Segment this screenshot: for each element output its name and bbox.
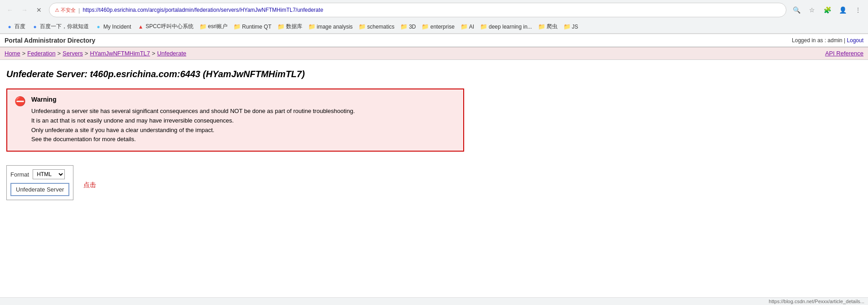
back-button[interactable]: ← — [4, 4, 16, 16]
bookmark-ai[interactable]: 📁 AI — [458, 22, 477, 31]
bookmark-js[interactable]: 📁 JS — [561, 22, 581, 31]
baiduone-icon: ● — [32, 24, 38, 30]
bookmark-imageanalysis-label: image analysis — [317, 24, 353, 30]
page-header: Portal Administrator Directory Logged in… — [0, 34, 868, 47]
toolbar-actions: 🔍 ☆ 🧩 👤 ⋮ — [790, 4, 864, 16]
bookmark-3d-label: 3D — [409, 24, 416, 30]
breadcrumb-sep-2: > — [57, 50, 61, 57]
bookmark-schematics[interactable]: 📁 schematics — [356, 22, 397, 31]
address-bar[interactable]: ⚠ 不安全 | https://t460p.esrichina.com/arcg… — [49, 3, 786, 17]
bookmark-ai-label: AI — [469, 24, 474, 30]
reload-button[interactable]: ✕ — [33, 4, 45, 16]
bookmark-crawler[interactable]: 📁 爬虫 — [536, 21, 560, 32]
warning-content: Warning Unfederating a server site has s… — [31, 96, 355, 144]
crawler-folder-icon: 📁 — [538, 24, 545, 30]
format-select[interactable]: HTML JSON PJSON — [33, 169, 65, 179]
breadcrumb-servers[interactable]: Servers — [63, 50, 83, 57]
bookmark-3d[interactable]: 📁 3D — [398, 22, 418, 31]
warning-title: Warning — [31, 96, 355, 103]
bookmark-baidu[interactable]: ● 百度 — [4, 21, 28, 32]
imageanalysis-folder-icon: 📁 — [309, 24, 315, 30]
warning-line-4: See the documentation for more details. — [31, 136, 136, 143]
bookmark-deeplearning[interactable]: 📁 deep learning in... — [478, 22, 534, 31]
bookmark-js-label: JS — [572, 24, 578, 30]
breadcrumb-sep-4: > — [152, 50, 155, 57]
browser-chrome: ← → ✕ ⚠ 不安全 | https://t460p.esrichina.co… — [0, 0, 868, 34]
url-text: https://t460p.esrichina.com/arcgis/porta… — [82, 7, 781, 13]
3d-folder-icon: 📁 — [401, 24, 407, 30]
address-separator: | — [78, 7, 80, 14]
breadcrumb-home[interactable]: Home — [5, 50, 20, 57]
bookmark-baiduone[interactable]: ● 百度一下，你就知道 — [29, 21, 92, 32]
breadcrumb-federation[interactable]: Federation — [27, 50, 55, 57]
bookmark-enterprise-label: enterprise — [430, 24, 454, 30]
bookmark-spcc-label: SPCC呼叫中心系统 — [145, 23, 193, 30]
nav-buttons: ← → ✕ — [4, 4, 45, 16]
bookmark-esri-label: esri账户 — [208, 23, 228, 30]
js-folder-icon: 📁 — [564, 24, 570, 30]
breadcrumb-serverid[interactable]: HYamJwNFTMHimTL7 — [90, 50, 150, 57]
click-hint: 点击 — [83, 181, 96, 189]
spcc-icon: ▲ — [137, 24, 144, 30]
logout-link[interactable]: Logout — [847, 37, 863, 44]
bookmark-esri[interactable]: 📁 esri账户 — [197, 21, 230, 32]
format-label: Format — [10, 171, 29, 178]
logged-in-info: Logged in as : admin | Logout — [792, 37, 863, 44]
zoom-button[interactable]: 🔍 — [790, 4, 803, 16]
esri-folder-icon: 📁 — [200, 24, 206, 30]
profile-button[interactable]: 👤 — [836, 4, 849, 16]
security-warning-text: 不安全 — [61, 7, 76, 14]
baidu-icon: ● — [6, 24, 13, 30]
page-title: Unfederate Server: t460p.esrichina.com:6… — [6, 69, 862, 79]
security-warning: ⚠ 不安全 — [55, 7, 76, 14]
warning-text: Unfederating a server site has several s… — [31, 107, 355, 144]
ai-folder-icon: 📁 — [461, 24, 467, 30]
bookmark-baidu-label: 百度 — [15, 23, 25, 30]
bookmark-database[interactable]: 📁 数据库 — [275, 21, 305, 32]
schematics-folder-icon: 📁 — [359, 24, 365, 30]
warning-stop-icon: ⛔ — [15, 96, 26, 144]
bookmarks-bar: ● 百度 ● 百度一下，你就知道 ● My Incident ▲ SPCC呼叫中… — [0, 20, 868, 34]
breadcrumb: Home > Federation > Servers > HYamJwNFTM… — [5, 50, 186, 57]
menu-button[interactable]: ⋮ — [852, 4, 864, 16]
api-reference-link[interactable]: API Reference — [825, 50, 863, 57]
breadcrumb-current[interactable]: Unfederate — [157, 50, 186, 57]
warning-line-1: Unfederating a server site has several s… — [31, 108, 355, 114]
warning-box: ⛔ Warning Unfederating a server site has… — [6, 89, 464, 152]
logged-in-text: Logged in as : admin | — [792, 37, 845, 44]
bookmark-myincident-label: My Incident — [103, 24, 131, 30]
enterprise-folder-icon: 📁 — [422, 24, 428, 30]
button-row: Unfederate Server — [10, 183, 69, 196]
page-header-title: Portal Administrator Directory — [5, 37, 95, 44]
bookmark-runtimeqt-label: Runtime QT — [242, 24, 272, 30]
bookmark-schematics-label: schematics — [367, 24, 394, 30]
extensions-button[interactable]: 🧩 — [821, 4, 834, 16]
api-reference: API Reference — [825, 50, 863, 57]
format-section: Format HTML JSON PJSON Unfederate Server — [6, 165, 73, 200]
main-content: Unfederate Server: t460p.esrichina.com:6… — [0, 60, 868, 214]
warning-triangle-icon: ⚠ — [55, 7, 59, 13]
bookmark-myincident[interactable]: ● My Incident — [92, 22, 134, 31]
bookmark-enterprise[interactable]: 📁 enterprise — [419, 22, 457, 31]
bookmark-database-label: 数据库 — [286, 23, 302, 30]
bookmark-crawler-label: 爬虫 — [547, 23, 558, 30]
bookmark-spcc[interactable]: ▲ SPCC呼叫中心系统 — [135, 21, 196, 32]
warning-line-2: It is an act that is not easily undone a… — [31, 117, 234, 124]
bookmark-baiduone-label: 百度一下，你就知道 — [40, 23, 89, 30]
browser-toolbar: ← → ✕ ⚠ 不安全 | https://t460p.esrichina.co… — [0, 0, 868, 20]
unfederate-server-button[interactable]: Unfederate Server — [10, 183, 69, 196]
breadcrumb-sep-1: > — [22, 50, 26, 57]
breadcrumb-bar: Home > Federation > Servers > HYamJwNFTM… — [0, 47, 868, 60]
breadcrumb-sep-3: > — [85, 50, 88, 57]
myincident-icon: ● — [95, 24, 102, 30]
format-row: Format HTML JSON PJSON — [10, 169, 69, 179]
bookmark-deeplearning-label: deep learning in... — [489, 24, 532, 30]
database-folder-icon: 📁 — [278, 24, 284, 30]
warning-line-3: Only unfederate a site if you have a cle… — [31, 127, 214, 133]
runtimeqt-folder-icon: 📁 — [234, 24, 240, 30]
forward-button[interactable]: → — [18, 4, 31, 16]
bookmark-imageanalysis[interactable]: 📁 image analysis — [306, 22, 355, 31]
deeplearning-folder-icon: 📁 — [480, 24, 487, 30]
star-button[interactable]: ☆ — [805, 4, 818, 16]
bookmark-runtimeqt[interactable]: 📁 Runtime QT — [231, 22, 274, 31]
